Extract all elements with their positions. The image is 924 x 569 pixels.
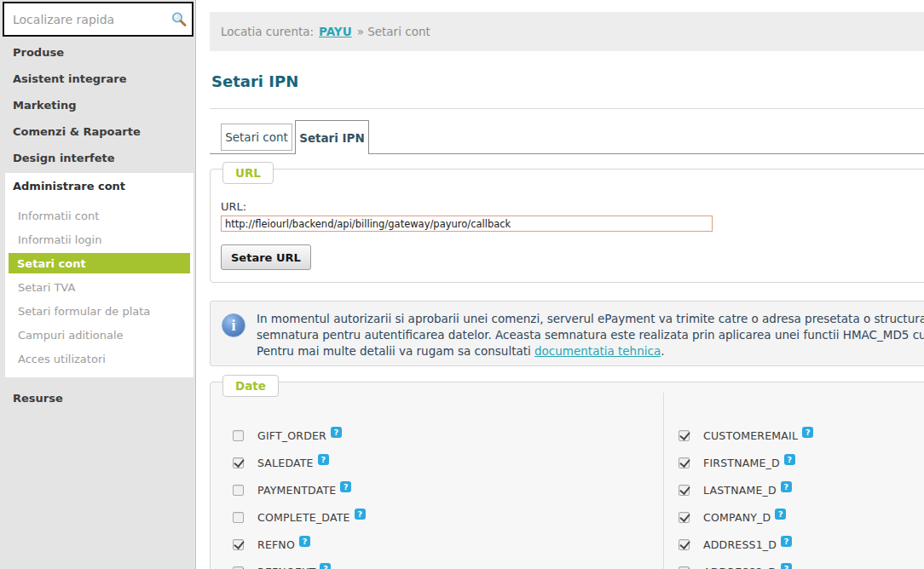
date-fields-right: CUSTOMEREMAIL ? FIRSTNAME_D ? LASTNAME_D… (679, 422, 813, 569)
setare-url-button[interactable]: Setare URL (221, 244, 311, 270)
checkbox[interactable] (233, 566, 244, 569)
url-input[interactable] (221, 216, 713, 232)
checkbox-label: ADDRESS1_D (703, 538, 777, 551)
sidebar-subitem-label: Setari formular de plata (9, 305, 150, 318)
help-icon[interactable]: ? (299, 536, 310, 547)
url-label: URL: (221, 200, 246, 213)
breadcrumb: Locatia curenta: PAYU » Setari cont (210, 12, 924, 51)
help-icon[interactable]: ? (781, 481, 792, 492)
checkbox[interactable] (233, 430, 244, 441)
breadcrumb-link-payu[interactable]: PAYU (319, 25, 352, 38)
url-legend: URL (222, 162, 274, 184)
breadcrumb-current: » Setari cont (357, 25, 430, 38)
help-icon[interactable]: ? (340, 481, 351, 492)
checkbox[interactable] (233, 485, 244, 496)
sidebar-item[interactable]: Produse (0, 39, 195, 66)
checkbox[interactable] (679, 485, 690, 496)
checkbox-row[interactable]: LASTNAME_D ? (679, 476, 813, 503)
checkbox-row[interactable]: PAYMENTDATE ? (233, 476, 366, 503)
sidebar-item-administrare-cont[interactable]: Administrare cont (5, 173, 193, 198)
info-text: In momentul autorizarii si aprobarii une… (257, 311, 924, 359)
account-subnav: Informatii cont Informatii login Setari … (5, 198, 193, 371)
sidebar-main-nav: Produse Asistent integrare Marketing Com… (0, 39, 195, 171)
search-input[interactable] (4, 13, 170, 26)
info-line-text: Pentru mai multe detalii va rugam sa con… (257, 344, 534, 358)
help-icon[interactable]: ? (331, 427, 342, 438)
quick-search-box[interactable] (3, 2, 193, 37)
info-line: In momentul autorizarii si aprobarii une… (257, 311, 924, 327)
sidebar-item[interactable]: Comenzi & Rapoarte (0, 118, 195, 145)
info-box: i In momentul autorizarii si aprobarii u… (210, 301, 924, 366)
checkbox[interactable] (233, 457, 244, 468)
sidebar-subitem[interactable]: Informatii cont (9, 204, 190, 227)
help-icon[interactable]: ? (355, 509, 366, 520)
checkbox-row[interactable]: REFNOEXT ? (233, 558, 366, 569)
checkbox[interactable] (233, 512, 244, 523)
checkbox-label: FIRSTNAME_D (703, 457, 780, 469)
sidebar-item[interactable]: Design interfete (0, 145, 195, 171)
checkbox-label: CUSTOMEREMAIL (703, 429, 798, 442)
sidebar-account-panel: Administrare cont Informatii cont Inform… (5, 173, 193, 377)
sidebar-subitem[interactable]: Campuri aditionale (9, 323, 190, 347)
checkbox-row[interactable]: ADDRESS1_D ? (679, 531, 813, 558)
page-title: Setari IPN (211, 72, 298, 90)
documentation-link[interactable]: documentatia tehnica (534, 344, 661, 358)
help-icon[interactable]: ? (775, 509, 786, 520)
tab-strip: Setari cont Setari IPN (210, 120, 924, 154)
checkbox-label: ADDRESS2_D (703, 566, 777, 569)
checkbox[interactable] (679, 566, 690, 569)
checkbox[interactable] (679, 430, 690, 441)
checkbox-row[interactable]: SALEDATE ? (233, 449, 366, 476)
help-icon[interactable]: ? (781, 563, 792, 569)
checkbox-label: REFNO (257, 538, 295, 551)
sidebar-item-label: Asistent integrare (13, 72, 126, 85)
info-line: semnatura pentru autentificarea datelor.… (257, 327, 924, 343)
sidebar-subitem[interactable]: Informatii login (9, 227, 190, 251)
checkbox-row[interactable]: ADDRESS2_D ? (679, 558, 813, 569)
checkbox-row[interactable]: COMPANY_D ? (679, 503, 813, 531)
sidebar-item[interactable]: Asistent integrare (0, 66, 195, 92)
checkbox-label: COMPLETE_DATE (257, 511, 350, 524)
help-icon[interactable]: ? (320, 563, 331, 569)
sidebar-item-label: Design interfete (13, 152, 115, 164)
checkbox-row[interactable]: REFNO ? (233, 531, 366, 558)
tab-setari-cont[interactable]: Setari cont (221, 124, 292, 151)
sidebar-subitem[interactable]: Setari formular de plata (9, 299, 190, 323)
search-icon[interactable] (170, 10, 188, 29)
info-line-end: . (661, 344, 664, 358)
url-fieldset: URL URL: Setare URL (210, 169, 924, 283)
breadcrumb-prefix: Locatia curenta: (221, 25, 314, 38)
sidebar-subitem[interactable]: Acces utilizatori (9, 347, 190, 371)
title-divider (210, 108, 924, 109)
checkbox-row[interactable]: GIFT_ORDER ? (233, 422, 366, 449)
help-icon[interactable]: ? (781, 536, 792, 547)
info-line: Pentru mai multe detalii va rugam sa con… (257, 343, 924, 359)
sidebar-item-label: Marketing (13, 99, 76, 112)
sidebar-item-label: Comenzi & Rapoarte (13, 125, 141, 138)
sidebar-subitem[interactable]: Setari TVA (9, 275, 190, 299)
sidebar-item-label: Resurse (13, 392, 63, 405)
checkbox-row[interactable]: COMPLETE_DATE ? (233, 503, 366, 531)
checkbox-label: GIFT_ORDER (257, 429, 326, 442)
checkbox[interactable] (679, 512, 690, 523)
tab-setari-ipn[interactable]: Setari IPN (295, 120, 369, 154)
checkbox[interactable] (679, 539, 690, 550)
date-fields-left: GIFT_ORDER ? SALEDATE ? PAYMENTDATE ? (233, 422, 366, 569)
sidebar-subitem-label: Setari TVA (9, 281, 75, 294)
help-icon[interactable]: ? (318, 454, 329, 465)
checkbox[interactable] (233, 539, 244, 550)
help-icon[interactable]: ? (784, 454, 795, 465)
sidebar-item-resurse[interactable]: Resurse (0, 385, 195, 411)
main-content: Locatia curenta: PAYU » Setari cont Seta… (197, 0, 924, 569)
date-fieldset: Date GIFT_ORDER ? SALEDATE ? PAYMEN (210, 382, 924, 569)
info-icon: i (222, 313, 245, 337)
sidebar-subitem[interactable]: Setari cont (9, 253, 190, 273)
sidebar: Produse Asistent integrare Marketing Com… (0, 0, 196, 569)
checkbox[interactable] (679, 457, 690, 468)
help-icon[interactable]: ? (802, 427, 813, 438)
checkbox-label: LASTNAME_D (703, 484, 777, 497)
checkbox-label: COMPANY_D (703, 511, 771, 524)
checkbox-row[interactable]: FIRSTNAME_D ? (679, 449, 813, 476)
sidebar-item[interactable]: Marketing (0, 92, 195, 118)
checkbox-row[interactable]: CUSTOMEREMAIL ? (679, 422, 813, 449)
